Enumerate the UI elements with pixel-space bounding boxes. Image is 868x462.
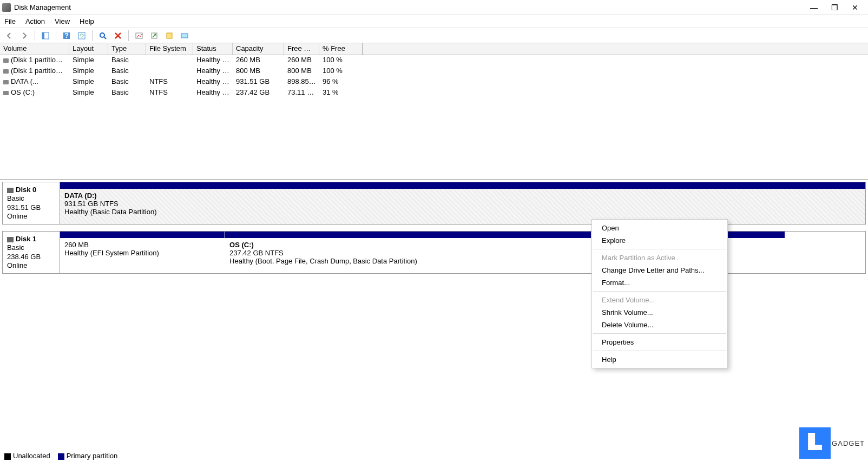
ctx-delete[interactable]: Delete Volume...: [592, 319, 727, 331]
partition[interactable]: 260 MBHealthy (EFI System Partition): [60, 238, 225, 273]
col-capacity[interactable]: Capacity: [233, 43, 284, 55]
legend-primary-label: Primary partition: [67, 452, 118, 460]
watermark-logo: [799, 427, 831, 459]
svg-rect-9: [167, 33, 172, 38]
forward-button[interactable]: [18, 30, 30, 42]
ctx-shrink[interactable]: Shrink Volume...: [592, 306, 727, 319]
title-bar: Disk Management — ❐ ✕: [0, 0, 868, 15]
properties-icon[interactable]: [133, 30, 145, 42]
col-type[interactable]: Type: [108, 43, 146, 55]
maximize-button[interactable]: ❐: [829, 3, 840, 12]
disk-label[interactable]: Disk 0Basic931.51 GBOnline: [3, 182, 60, 224]
app-icon: [2, 3, 11, 12]
svg-text:?: ?: [64, 31, 69, 39]
action3-icon[interactable]: [179, 30, 190, 42]
legend: Unallocated Primary partition: [4, 452, 117, 460]
disk-icon: [3, 80, 9, 84]
ctx-extend: Extend Volume...: [592, 294, 727, 306]
menu-file[interactable]: File: [4, 17, 16, 25]
close-button[interactable]: ✕: [850, 3, 860, 12]
partition[interactable]: DATA (D:)931.51 GB NTFSHealthy (Basic Da…: [60, 189, 865, 224]
disk-label[interactable]: Disk 1Basic238.46 GBOnline: [3, 232, 60, 273]
action1-icon[interactable]: [148, 30, 160, 42]
svg-rect-10: [181, 34, 188, 38]
back-button[interactable]: [3, 30, 15, 42]
context-menu: Open Explore Mark Partition as Active Ch…: [591, 219, 728, 368]
svg-line-6: [104, 37, 106, 39]
disk-icon: [3, 58, 9, 63]
ctx-properties[interactable]: Properties: [592, 336, 727, 348]
menu-action[interactable]: Action: [25, 17, 45, 25]
toolbar: ?: [0, 28, 868, 43]
menu-bar: File Action View Help: [0, 15, 868, 28]
svg-rect-1: [42, 32, 44, 39]
disk-icon: [3, 69, 9, 74]
rescan-icon[interactable]: [97, 30, 109, 42]
col-volume[interactable]: Volume: [0, 43, 69, 55]
ctx-mark-active: Mark Partition as Active: [592, 252, 727, 264]
show-hide-tree-button[interactable]: [40, 30, 51, 42]
col-status[interactable]: Status: [193, 43, 233, 55]
volume-list-header: Volume Layout Type File System Status Ca…: [0, 43, 868, 55]
volume-row[interactable]: OS (C:)SimpleBasicNTFSHealthy (B...237.4…: [0, 88, 868, 98]
menu-help[interactable]: Help: [80, 17, 94, 25]
ctx-format[interactable]: Format...: [592, 276, 727, 289]
partition[interactable]: OS (C:)237.42 GB NTFSHealthy (Boot, Page…: [225, 238, 591, 273]
watermark: GADGET: [799, 427, 865, 459]
refresh-icon[interactable]: [76, 30, 88, 42]
disk-graphical-view: Disk 0Basic931.51 GBOnlineDATA (D:)931.5…: [0, 180, 868, 282]
volume-row[interactable]: (Disk 1 partition 4)SimpleBasicHealthy (…: [0, 66, 868, 77]
legend-primary-swatch: [58, 453, 64, 460]
legend-unallocated-swatch: [4, 453, 11, 460]
ctx-explore[interactable]: Explore: [592, 234, 727, 247]
disk-icon: [3, 91, 9, 95]
svg-point-5: [100, 33, 104, 37]
action2-icon[interactable]: [163, 30, 175, 42]
ctx-change-letter[interactable]: Change Drive Letter and Paths...: [592, 264, 727, 276]
col-pctfree[interactable]: % Free: [319, 43, 363, 55]
minimize-button[interactable]: —: [808, 3, 819, 12]
disk-icon: [7, 188, 14, 193]
disk-icon: [7, 237, 14, 242]
volume-row[interactable]: (Disk 1 partition 1)SimpleBasicHealthy (…: [0, 55, 868, 66]
col-freespace[interactable]: Free Sp...: [284, 43, 319, 55]
volume-list: (Disk 1 partition 1)SimpleBasicHealthy (…: [0, 55, 868, 180]
menu-view[interactable]: View: [55, 17, 70, 25]
ctx-open[interactable]: Open: [592, 222, 727, 234]
legend-unallocated-label: Unallocated: [13, 452, 50, 460]
volume-row[interactable]: DATA (...SimpleBasicNTFSHealthy (B...931…: [0, 77, 868, 88]
disk-row: Disk 0Basic931.51 GBOnlineDATA (D:)931.5…: [2, 182, 866, 225]
ctx-help[interactable]: Help: [592, 353, 727, 366]
col-layout[interactable]: Layout: [69, 43, 108, 55]
disk-row: Disk 1Basic238.46 GBOnline260 MBHealthy …: [2, 231, 866, 274]
delete-icon[interactable]: [112, 30, 124, 42]
svg-rect-4: [78, 32, 85, 39]
watermark-text: GADGET: [832, 439, 865, 447]
col-filesystem[interactable]: File System: [146, 43, 193, 55]
window-title: Disk Management: [14, 3, 808, 11]
help-icon[interactable]: ?: [61, 30, 73, 42]
